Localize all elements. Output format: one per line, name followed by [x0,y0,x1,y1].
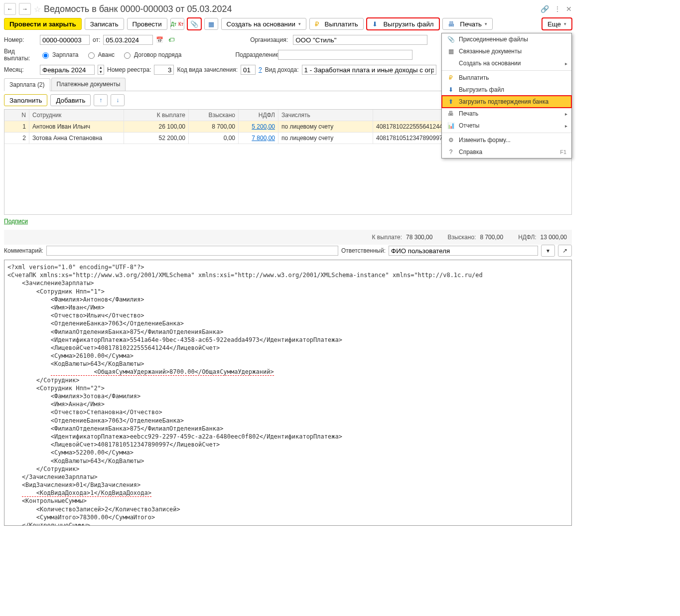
number-label: Номер: [4,36,37,43]
menu-print[interactable]: 🖶Печать [442,108,571,120]
fill-button[interactable]: Заполнить [4,94,47,106]
org-input[interactable] [293,35,427,45]
add-button[interactable]: Добавить [50,94,91,106]
radio-contract[interactable]: Договор подряда [122,51,181,59]
more-button[interactable]: Еще [542,18,572,30]
resp-open[interactable]: ↗ [558,245,572,257]
comment-label: Комментарий: [4,247,43,254]
move-down[interactable]: ↓ [111,94,125,106]
attach-button[interactable] [187,18,201,30]
signatures-link[interactable]: Подписи [4,218,28,225]
radio-salary[interactable]: Зарплата [40,51,79,59]
related-button[interactable]: ▦ [204,18,218,30]
month-stepper[interactable]: ▴▾ [98,65,104,75]
paytype-label: Вид выплаты: [4,48,37,62]
menu-export-file[interactable]: ⬇Выгрузить файл [442,84,571,96]
date-input[interactable] [103,35,153,45]
menu-create-based[interactable]: Создать на основании [442,57,571,69]
income-label: Вид дохода: [265,66,299,73]
export-file-button[interactable]: ⬇ Выгрузить файл [367,18,439,30]
reg-input[interactable] [154,65,174,75]
window-title: Ведомость в банк 0000-000003 от 05.03.20… [44,4,538,14]
number-input[interactable] [40,35,90,45]
resp-label: Ответственный: [341,247,386,254]
star-icon[interactable]: ☆ [34,4,41,14]
month-input[interactable] [40,65,95,75]
more-icon[interactable]: ⋮ [554,5,561,13]
xml-preview: <?xml version="1.0" encoding="UTF-8"?> <… [4,260,572,526]
create-based-button[interactable]: Создать на основании [221,18,306,30]
acc-code-input[interactable] [241,65,256,75]
write-button[interactable]: Записать [85,18,124,30]
dept-label: Подразделение: [235,51,275,58]
reg-label: Номер реестра: [107,66,151,73]
menu-attached-files[interactable]: 📎Присоединенные файлы [442,33,571,45]
from-label: от: [93,36,100,43]
calendar-icon[interactable]: 📅 [156,36,163,43]
comment-input[interactable] [46,246,338,256]
resp-drop[interactable]: ▾ [541,245,555,257]
menu-related-docs[interactable]: ▦Связанные документы [442,45,571,57]
month-label: Месяц: [4,66,37,73]
post-button[interactable]: Провести [127,18,167,30]
dept-input[interactable] [278,50,412,60]
attach-icon [190,20,198,28]
menu-change-form[interactable]: ⚙Изменить форму... [442,134,571,146]
close-icon[interactable]: ✕ [566,5,572,13]
help-icon[interactable]: ? [259,66,262,73]
post-close-button[interactable]: Провести и закрыть [4,18,82,30]
acc-code-label: Код вида зачисления: [177,66,238,73]
print-button[interactable]: 🖶 Печать [442,18,493,30]
resp-input[interactable] [389,246,538,256]
totals-bar: К выплате:78 300,00 Взыскано:8 700,00 НД… [4,230,572,245]
tab-salary[interactable]: Зарплата (2) [4,78,50,91]
dtkt-button[interactable]: ДтКт [170,18,184,30]
tab-payment-docs[interactable]: Платежные документы [51,78,126,91]
menu-load-confirmation[interactable]: ⬆Загрузить подтверждения банка [442,96,571,108]
radio-advance[interactable]: Аванс [86,51,115,59]
pay-button[interactable]: ₽ Выплатить [309,18,364,30]
org-label: Организация: [250,36,290,43]
link-icon[interactable]: 🔗 [541,5,549,13]
print-icon: 🖶 [448,20,454,28]
more-menu: 📎Присоединенные файлы ▦Связанные докумен… [441,33,572,158]
income-input[interactable] [302,65,436,75]
menu-help[interactable]: ?СправкаF1 [442,146,571,158]
nav-fwd[interactable]: → [19,3,31,15]
nav-back[interactable]: ← [4,3,16,15]
menu-reports[interactable]: 📊Отчеты [442,120,571,132]
menu-pay[interactable]: ₽Выплатить [442,72,571,84]
tag-icon[interactable]: 🏷 [168,36,174,43]
move-up[interactable]: ↑ [94,94,108,106]
